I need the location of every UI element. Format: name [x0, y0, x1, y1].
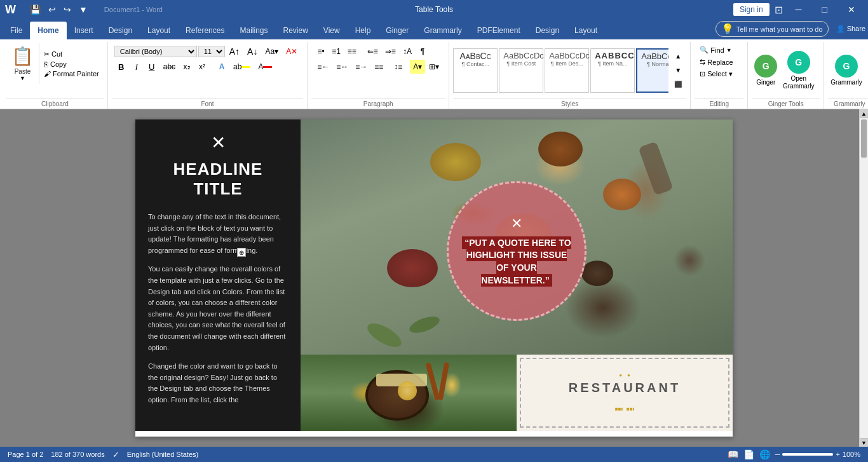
align-left-button[interactable]: ≡← [314, 60, 332, 74]
font-color-button[interactable]: A [255, 60, 275, 74]
sign-in-button[interactable]: Sign in [733, 3, 770, 16]
document-scroll-area[interactable]: ⊕ ✕ HEADLINE TITLE To change any of the … [0, 109, 868, 447]
scroll-up-arrow[interactable]: ▲ [860, 109, 868, 118]
body-text-1[interactable]: To change any of the text in this docume… [148, 212, 288, 256]
ginger-icon[interactable]: G [754, 55, 777, 78]
scroll-thumb[interactable] [861, 119, 867, 158]
scroll-down-arrow[interactable]: ▼ [860, 438, 868, 447]
bullets-button[interactable]: ≡• [314, 44, 328, 58]
clear-formatting-button[interactable]: A✕ [283, 44, 301, 58]
styles-scroll-up[interactable]: ▲ [671, 50, 685, 64]
grammarly-group-label[interactable]: Grammarly [828, 99, 868, 109]
tab-pdfelement[interactable]: PDFElement [470, 22, 528, 39]
styles-scroll-down[interactable]: ▼ [671, 64, 685, 78]
zoom-out-button[interactable]: ─ [775, 451, 780, 458]
select-button[interactable]: ⊡ Select ▾ [697, 69, 735, 79]
tab-home[interactable]: Home [30, 22, 66, 39]
multilevel-list-button[interactable]: ≡≡ [344, 44, 360, 58]
font-family-select[interactable]: Calibri (Body) [114, 46, 197, 57]
align-right-button[interactable]: ≡→ [352, 60, 370, 74]
italic-button[interactable]: I [130, 60, 144, 74]
style-item-des[interactable]: AaBbCcDc ¶ Item Des... [545, 48, 589, 93]
print-layout-icon[interactable]: 📄 [743, 449, 754, 459]
style-item-cost[interactable]: AaBbCcDc ¶ Item Cost [499, 48, 543, 93]
font-group-label[interactable]: Font [112, 99, 303, 109]
decrease-indent-button[interactable]: ⇐≡ [364, 44, 381, 58]
tab-file[interactable]: File [3, 22, 30, 39]
style-item-name[interactable]: AABBCC ¶ Item Na... [590, 48, 635, 93]
shading-button[interactable]: A▾ [410, 60, 425, 74]
open-grammarly-btn[interactable]: G Open Grammarly [780, 51, 817, 90]
tab-design2[interactable]: Design [528, 22, 567, 39]
tab-layout[interactable]: Layout [140, 22, 178, 39]
tab-ginger[interactable]: Ginger [378, 22, 416, 39]
numbering-button[interactable]: ≡1 [329, 44, 344, 58]
share-button[interactable]: 👤 Share [836, 25, 865, 33]
increase-font-button[interactable]: A↑ [226, 44, 243, 58]
subscript-button[interactable]: x₂ [180, 60, 194, 74]
tab-grammarly[interactable]: Grammarly [416, 22, 469, 39]
tab-layout2[interactable]: Layout [567, 22, 605, 39]
format-painter-button[interactable]: 🖌 Format Painter [42, 69, 101, 78]
paste-dropdown-arrow[interactable]: ▼ [20, 75, 25, 81]
close-button[interactable]: ✕ [840, 2, 863, 17]
zoom-in-button[interactable]: + [836, 451, 839, 458]
find-button[interactable]: 🔍 Find ▼ [697, 44, 734, 55]
bold-button[interactable]: B [114, 60, 128, 74]
strikethrough-button[interactable]: abc [160, 60, 179, 74]
maximize-button[interactable]: □ [815, 2, 835, 17]
tell-me-box[interactable]: 💡 Tell me what you want to do [715, 21, 829, 37]
tab-mailings[interactable]: Mailings [232, 22, 275, 39]
redo-button[interactable]: ↪ [61, 3, 74, 16]
body-text-3[interactable]: Changed the color and want to go back to… [148, 361, 288, 405]
clipboard-group-label[interactable]: Clipboard [6, 99, 104, 109]
align-center-button[interactable]: ≡↔ [333, 60, 351, 74]
web-layout-icon[interactable]: 🌐 [759, 449, 770, 459]
tab-design[interactable]: Design [101, 22, 140, 39]
proofing-icon[interactable]: ✓ [112, 450, 119, 459]
replace-button[interactable]: ⇆ Replace [697, 57, 735, 67]
paragraph-group-label[interactable]: Paragraph [311, 99, 445, 109]
tab-view[interactable]: View [316, 22, 348, 39]
editing-group-label[interactable]: Editing [695, 99, 743, 109]
restaurant-name[interactable]: RESTAURANT [569, 381, 681, 395]
increase-indent-button[interactable]: ⇒≡ [382, 44, 399, 58]
text-highlight-button[interactable]: ab [230, 60, 254, 74]
cut-button[interactable]: ✂ Cut [42, 50, 101, 59]
sort-button[interactable]: ↕A [400, 44, 415, 58]
justify-button[interactable]: ≡≡ [371, 60, 386, 74]
grammarly-icon[interactable]: G [835, 55, 858, 78]
quote-text[interactable]: “PUT A QUOTE HERE TO HIGHLIGHT THIS ISSU… [461, 237, 572, 287]
zoom-slider[interactable] [782, 453, 833, 456]
tab-insert[interactable]: Insert [67, 22, 101, 39]
underline-button[interactable]: U [145, 60, 159, 74]
borders-button[interactable]: ⊞▾ [426, 60, 442, 74]
style-item-normal[interactable]: AaBbCcDc ¶ Normal [636, 48, 668, 93]
font-size-select[interactable]: 11 [198, 46, 225, 57]
restore-ribbon-button[interactable]: ⊡ [775, 4, 783, 16]
styles-more-button[interactable]: ⬛ [671, 78, 685, 92]
read-mode-icon[interactable]: 📖 [728, 449, 738, 459]
line-spacing-button[interactable]: ↕≡ [391, 60, 405, 74]
copy-button[interactable]: ⎘ Copy [42, 60, 101, 69]
tab-review[interactable]: Review [275, 22, 315, 39]
styles-group-label[interactable]: Styles [453, 99, 686, 109]
minimize-button[interactable]: ─ [788, 2, 810, 17]
language[interactable]: English (United States) [127, 451, 199, 458]
tab-help[interactable]: Help [348, 22, 379, 39]
save-button[interactable]: 💾 [27, 3, 43, 16]
text-effects-button[interactable]: A [215, 60, 229, 74]
show-formatting-button[interactable]: ¶ [416, 44, 430, 58]
body-text-2[interactable]: You can easily change the overall colors… [148, 264, 288, 353]
ginger-group-label[interactable]: Ginger Tools [752, 99, 820, 109]
superscript-button[interactable]: x² [195, 60, 209, 74]
tab-references[interactable]: References [178, 22, 232, 39]
paste-button[interactable]: 📋 Paste ▼ [6, 43, 39, 84]
customize-qa-button[interactable]: ▼ [76, 3, 90, 16]
vertical-scrollbar[interactable]: ▲ ▼ [859, 109, 868, 447]
decrease-font-button[interactable]: A↓ [244, 44, 261, 58]
find-dropdown[interactable]: ▼ [726, 47, 732, 53]
table-move-handle[interactable]: ⊕ [237, 248, 246, 257]
change-case-button[interactable]: Aa▾ [262, 44, 281, 58]
undo-button[interactable]: ↩ [46, 3, 58, 16]
